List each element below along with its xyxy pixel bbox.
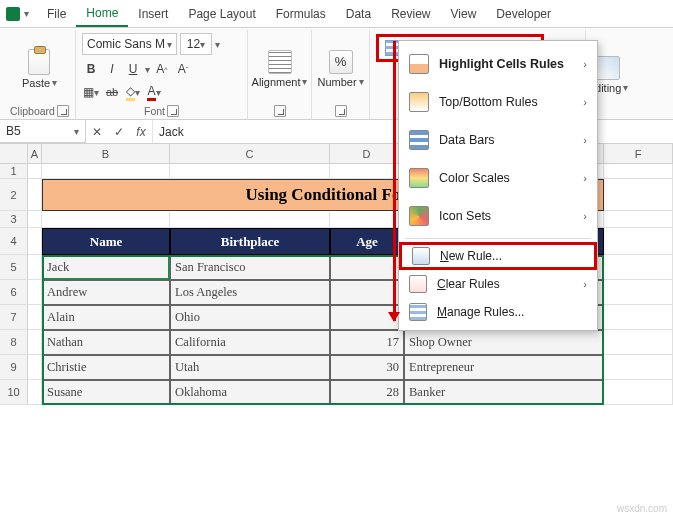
row-header-6[interactable]: 6 xyxy=(0,280,28,305)
cell-D10[interactable]: 28 xyxy=(330,380,404,405)
cell-C5[interactable]: San Francisco xyxy=(170,255,330,280)
number-launcher[interactable] xyxy=(335,105,347,117)
menu-highlight-cells-rules[interactable]: Highlight Cells Rules› xyxy=(399,45,597,83)
tab-data[interactable]: Data xyxy=(336,2,381,26)
cell-C7[interactable]: Ohio xyxy=(170,305,330,330)
color-scales-icon xyxy=(409,168,429,188)
cell-E10[interactable]: Banker xyxy=(404,380,604,405)
col-header-C[interactable]: C xyxy=(170,144,330,163)
font-size-combo[interactable]: 12▾ xyxy=(180,33,212,55)
cell-C9[interactable]: Utah xyxy=(170,355,330,380)
watermark: wsxdn.com xyxy=(617,503,667,514)
bold-button[interactable]: B xyxy=(82,60,100,78)
alignment-launcher[interactable] xyxy=(274,105,286,117)
cell-E8[interactable]: Shop Owner xyxy=(404,330,604,355)
font-size-more[interactable]: ▾ xyxy=(215,39,220,50)
font-launcher[interactable] xyxy=(167,105,179,117)
col-header-B[interactable]: B xyxy=(42,144,170,163)
select-all-corner[interactable] xyxy=(0,144,28,163)
header-birthplace[interactable]: Birthplace xyxy=(170,228,330,255)
tab-home[interactable]: Home xyxy=(76,1,128,27)
header-name[interactable]: Name xyxy=(42,228,170,255)
tab-formulas[interactable]: Formulas xyxy=(266,2,336,26)
cancel-entry[interactable]: ✕ xyxy=(86,125,108,139)
cell-D9[interactable]: 30 xyxy=(330,355,404,380)
font-name-combo[interactable]: Comic Sans M▾ xyxy=(82,33,177,55)
cell-D8[interactable]: 17 xyxy=(330,330,404,355)
ribbon-tabs: ▾ File Home Insert Page Layout Formulas … xyxy=(0,0,673,28)
highlight-cells-icon xyxy=(409,54,429,74)
fill-color-button[interactable]: ◇▾ xyxy=(124,83,142,101)
number-button[interactable]: %Number▾ xyxy=(315,48,365,90)
data-bars-icon xyxy=(409,130,429,150)
row-header-9[interactable]: 9 xyxy=(0,355,28,380)
cell-B5[interactable]: Jack xyxy=(42,255,170,280)
conditional-formatting-menu: Highlight Cells Rules› Top/Bottom Rules›… xyxy=(398,40,598,331)
col-header-F[interactable]: F xyxy=(604,144,673,163)
row-header-2[interactable]: 2 xyxy=(0,179,28,211)
tab-page-layout[interactable]: Page Layout xyxy=(178,2,265,26)
confirm-entry[interactable]: ✓ xyxy=(108,125,130,139)
top-bottom-icon xyxy=(409,92,429,112)
col-header-A[interactable]: A xyxy=(28,144,42,163)
menu-icon-sets[interactable]: Icon Sets› xyxy=(399,197,597,235)
clipboard-label: Clipboard xyxy=(10,105,55,117)
new-rule-icon xyxy=(412,247,430,265)
alignment-button[interactable]: Alignment▾ xyxy=(250,48,310,90)
percent-icon: % xyxy=(329,50,353,74)
border-button[interactable]: ▦▾ xyxy=(82,83,100,101)
row-header-8[interactable]: 8 xyxy=(0,330,28,355)
tab-file[interactable]: File xyxy=(37,2,76,26)
italic-button[interactable]: I xyxy=(103,60,121,78)
strike-button[interactable]: ab xyxy=(103,83,121,101)
app-icon xyxy=(6,7,20,21)
cell-B10[interactable]: Susane xyxy=(42,380,170,405)
cell-C10[interactable]: Oklahoma xyxy=(170,380,330,405)
icon-sets-icon xyxy=(409,206,429,226)
row-header-4[interactable]: 4 xyxy=(0,228,28,255)
clear-rules-icon xyxy=(409,275,427,293)
tab-review[interactable]: Review xyxy=(381,2,440,26)
tab-insert[interactable]: Insert xyxy=(128,2,178,26)
menu-data-bars[interactable]: Data Bars› xyxy=(399,121,597,159)
clipboard-launcher[interactable] xyxy=(57,105,69,117)
row-header-7[interactable]: 7 xyxy=(0,305,28,330)
cell-C6[interactable]: Los Angeles xyxy=(170,280,330,305)
cell-E9[interactable]: Entrepreneur xyxy=(404,355,604,380)
menu-clear-rules[interactable]: Clear Rules› xyxy=(399,270,597,298)
paste-icon xyxy=(28,49,50,75)
font-label: Font xyxy=(144,105,165,117)
cell-B6[interactable]: Andrew xyxy=(42,280,170,305)
font-color-button[interactable]: A▾ xyxy=(145,83,163,101)
tab-developer[interactable]: Developer xyxy=(486,2,561,26)
row-header-3[interactable]: 3 xyxy=(0,211,28,228)
cell-C8[interactable]: California xyxy=(170,330,330,355)
menu-manage-rules[interactable]: Manage Rules... xyxy=(399,298,597,326)
cell-B7[interactable]: Alain xyxy=(42,305,170,330)
editing-icon xyxy=(596,56,620,80)
paste-button[interactable]: Paste ▾ xyxy=(20,47,59,91)
tab-view[interactable]: View xyxy=(441,2,487,26)
fx-button[interactable]: fx xyxy=(130,125,152,139)
quick-access-dropdown[interactable]: ▾ xyxy=(24,8,29,19)
cell-B9[interactable]: Christie xyxy=(42,355,170,380)
annotation-arrow xyxy=(393,41,396,321)
menu-top-bottom-rules[interactable]: Top/Bottom Rules› xyxy=(399,83,597,121)
underline-button[interactable]: U xyxy=(124,60,142,78)
row-header-1[interactable]: 1 xyxy=(0,164,28,179)
cell-B8[interactable]: Nathan xyxy=(42,330,170,355)
name-box[interactable]: B5▾ xyxy=(0,120,86,143)
decrease-font[interactable]: Aˇ xyxy=(174,60,192,78)
alignment-icon xyxy=(268,50,292,74)
row-header-10[interactable]: 10 xyxy=(0,380,28,405)
row-header-5[interactable]: 5 xyxy=(0,255,28,280)
increase-font[interactable]: A^ xyxy=(153,60,171,78)
menu-new-rule[interactable]: New Rule... xyxy=(399,242,597,270)
manage-rules-icon xyxy=(409,303,427,321)
menu-color-scales[interactable]: Color Scales› xyxy=(399,159,597,197)
